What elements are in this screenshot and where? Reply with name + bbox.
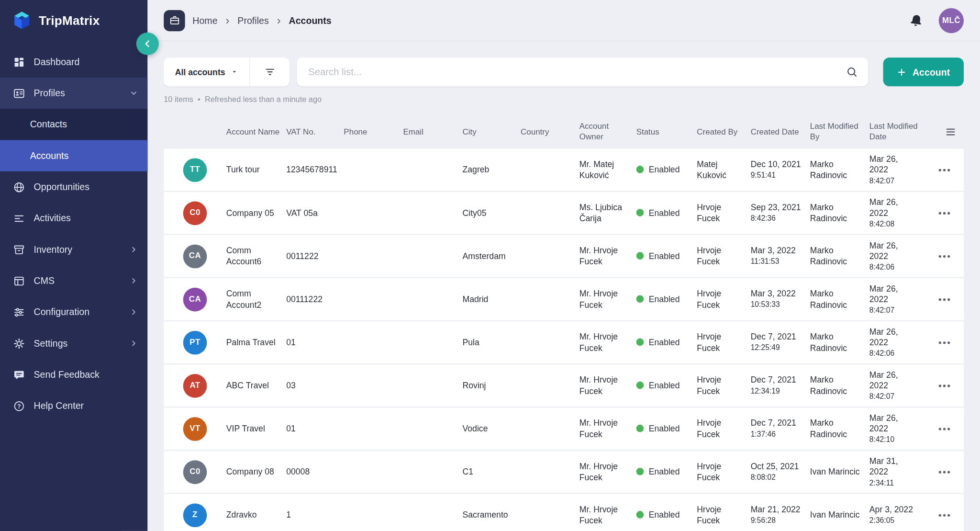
table-header: Account Name VAT No. Phone Email City Co…: [164, 115, 964, 149]
user-avatar[interactable]: MLČ: [939, 8, 964, 33]
sidebar-item-cms[interactable]: CMS: [0, 265, 147, 296]
cell-created-by: Hrvoje Fucek: [697, 331, 750, 353]
notifications-button[interactable]: [908, 12, 924, 29]
column-created-by[interactable]: Created By: [697, 127, 750, 137]
column-vat-no[interactable]: VAT No.: [286, 127, 344, 137]
column-account-owner[interactable]: Account Owner: [579, 122, 636, 143]
column-last-modified-by[interactable]: Last Modified By: [810, 122, 869, 143]
filter-button[interactable]: [250, 57, 290, 86]
list-toolbar: All accounts: [164, 57, 964, 86]
row-actions-button[interactable]: [934, 379, 955, 392]
column-status[interactable]: Status: [636, 127, 697, 137]
column-last-modified-date[interactable]: Last Modified Date: [869, 122, 924, 143]
column-city[interactable]: City: [463, 127, 521, 137]
cell-modified-date: Mar 26, 2022 8:42:06: [869, 240, 924, 272]
breadcrumb-profiles[interactable]: Profiles: [237, 15, 268, 25]
table-row[interactable]: PT Palma Travel 01 Pula Mr. Hrvoje Fucek…: [164, 321, 964, 363]
sidebar-collapse-button[interactable]: [136, 33, 159, 55]
cell-vat-no: 03: [286, 380, 344, 391]
cell-modified-by: Marko Radinovic: [810, 202, 869, 224]
table-row[interactable]: VT VIP Travel 01 Vodice Mr. Hrvoje Fucek…: [164, 408, 964, 450]
sidebar-item-help-center[interactable]: ? Help Center: [0, 390, 147, 421]
chevron-down-icon: [129, 88, 139, 98]
search-input[interactable]: [297, 57, 868, 86]
status-dot: [636, 468, 644, 476]
column-country[interactable]: Country: [521, 127, 579, 137]
globe-icon: [12, 181, 25, 193]
topbar-right: MLČ: [909, 8, 964, 33]
status-label: Enabled: [649, 509, 680, 520]
column-created-date[interactable]: Created Date: [751, 127, 810, 137]
search-icon[interactable]: [846, 66, 858, 78]
modified-time: 8:42:07: [869, 176, 918, 186]
sidebar-item-label: Dashboard: [34, 56, 139, 68]
filter-lines-icon: [264, 66, 276, 78]
table-row[interactable]: C0 Company 05 VAT 05a City05 Ms. Ljubica…: [164, 192, 964, 234]
breadcrumb-separator: ›: [225, 15, 230, 26]
row-actions-button[interactable]: [934, 293, 955, 305]
app-root: TripMatrix Dashboard Profiles: [0, 0, 980, 531]
sidebar-item-contacts[interactable]: Contacts: [0, 109, 147, 140]
table-row[interactable]: AT ABC Travel 03 Rovinj Mr. Hrvoje Fucek…: [164, 364, 964, 407]
status-label: Enabled: [649, 164, 680, 175]
sidebar-item-accounts[interactable]: Accounts: [0, 140, 147, 171]
table-row[interactable]: CA Comm Account6 0011222 Amsterdam Mr. H…: [164, 235, 964, 277]
scope-selector-button[interactable]: All accounts: [164, 57, 249, 86]
meta-separator: •: [198, 95, 200, 104]
sidebar-item-inventory[interactable]: Inventory: [0, 234, 147, 265]
cell-status: Enabled: [636, 294, 697, 305]
scope-selector-label: All accounts: [175, 67, 225, 77]
column-account-name[interactable]: Account Name: [226, 127, 286, 137]
sidebar-item-configuration[interactable]: Configuration: [0, 296, 147, 328]
cell-account-owner: Mr. Hrvoje Fucek: [579, 374, 636, 396]
sidebar-item-settings[interactable]: Settings: [0, 328, 147, 359]
cell-status: Enabled: [636, 423, 697, 434]
row-actions-button[interactable]: [934, 465, 955, 478]
modified-time: 8:42:06: [869, 262, 918, 272]
breadcrumb-home[interactable]: Home: [192, 15, 217, 25]
row-actions-button[interactable]: [934, 336, 955, 349]
breadcrumb: Home › Profiles › Accounts: [164, 10, 332, 31]
column-phone[interactable]: Phone: [344, 127, 403, 137]
cell-created-by: Matej Kuković: [697, 159, 750, 181]
cell-status: Enabled: [636, 250, 697, 261]
modified-time: 8:42:06: [869, 349, 918, 358]
cell-modified-by: Marko Radinovic: [810, 159, 869, 181]
created-date: Dec 7, 2021: [751, 375, 804, 386]
row-actions-button[interactable]: [934, 207, 955, 219]
created-time: 9:56:28: [751, 516, 804, 526]
column-settings-button[interactable]: [924, 126, 964, 138]
table-row[interactable]: CA Comm Account2 00111222 Madrid Mr. Hrv…: [164, 278, 964, 320]
row-actions-button[interactable]: [934, 164, 955, 176]
table-row[interactable]: TT Turk tour 12345678911 Zagreb Mr. Mate…: [164, 149, 964, 191]
status-dot: [636, 511, 644, 519]
add-account-button[interactable]: Account: [883, 57, 964, 86]
modified-date: Mar 26, 2022: [869, 197, 918, 219]
sidebar-item-activities[interactable]: Activities: [0, 203, 147, 234]
sidebar-item-send-feedback[interactable]: Send Feedback: [0, 359, 147, 390]
created-time: 12:34:19: [751, 386, 804, 396]
cell-account-owner: Mr. Hrvoje Fucek: [579, 504, 636, 526]
status-label: Enabled: [649, 337, 680, 348]
column-email[interactable]: Email: [403, 127, 462, 137]
cell-modified-date: Mar 31, 2022 2:34:11: [869, 456, 924, 488]
cell-account-owner: Mr. Hrvoje Fucek: [579, 288, 636, 310]
cell-created-date: Mar 3, 2022 10:53:33: [751, 289, 810, 310]
status-label: Enabled: [649, 207, 680, 218]
table-row[interactable]: Z Zdravko 1 Sacramento Mr. Hrvoje Fucek …: [164, 494, 964, 531]
cell-created-by: Hrvoje Fucek: [697, 202, 750, 224]
row-actions-button[interactable]: [934, 250, 955, 262]
cell-created-date: Oct 25, 2021 8:08:02: [751, 461, 810, 483]
table-row[interactable]: C0 Company 08 00008 C1 Mr. Hrvoje Fucek …: [164, 451, 964, 493]
sidebar-item-dashboard[interactable]: Dashboard: [0, 46, 147, 78]
cell-city: Madrid: [463, 294, 521, 305]
row-actions-button[interactable]: [934, 422, 955, 435]
sidebar-item-label: CMS: [34, 275, 120, 287]
sidebar-item-profiles[interactable]: Profiles: [0, 78, 147, 109]
cell-status: Enabled: [636, 509, 697, 520]
created-date: Mar 3, 2022: [751, 289, 804, 300]
row-actions-button[interactable]: [934, 509, 955, 521]
sidebar-item-opportunities[interactable]: Opportunities: [0, 171, 147, 203]
account-avatar: Z: [183, 503, 207, 527]
created-date: Sep 23, 2021: [751, 202, 804, 213]
